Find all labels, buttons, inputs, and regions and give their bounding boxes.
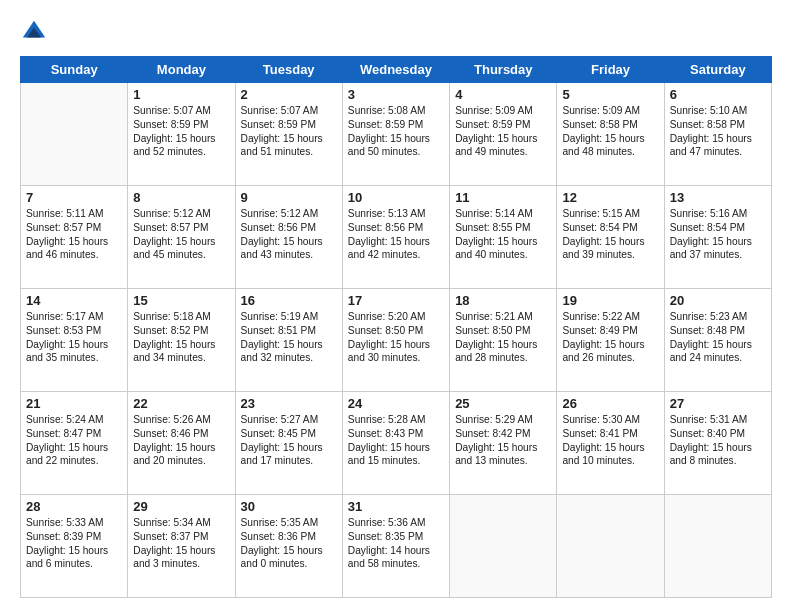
cell-line: Sunset: 8:52 PM xyxy=(133,324,229,338)
cell-line: Sunrise: 5:21 AM xyxy=(455,310,551,324)
calendar-cell: 18Sunrise: 5:21 AMSunset: 8:50 PMDayligh… xyxy=(450,289,557,392)
cell-line: Daylight: 15 hours xyxy=(562,441,658,455)
cell-line: Sunrise: 5:12 AM xyxy=(241,207,337,221)
calendar-cell xyxy=(664,495,771,598)
week-row-2: 14Sunrise: 5:17 AMSunset: 8:53 PMDayligh… xyxy=(21,289,772,392)
week-row-1: 7Sunrise: 5:11 AMSunset: 8:57 PMDaylight… xyxy=(21,186,772,289)
cell-line: and 3 minutes. xyxy=(133,557,229,571)
day-number: 16 xyxy=(241,293,337,308)
cell-line: and 39 minutes. xyxy=(562,248,658,262)
cell-line: Daylight: 15 hours xyxy=(670,132,766,146)
calendar-cell: 20Sunrise: 5:23 AMSunset: 8:48 PMDayligh… xyxy=(664,289,771,392)
cell-line: Daylight: 15 hours xyxy=(133,441,229,455)
calendar-cell: 22Sunrise: 5:26 AMSunset: 8:46 PMDayligh… xyxy=(128,392,235,495)
cell-line: Sunset: 8:47 PM xyxy=(26,427,122,441)
day-number: 24 xyxy=(348,396,444,411)
calendar-cell: 21Sunrise: 5:24 AMSunset: 8:47 PMDayligh… xyxy=(21,392,128,495)
cell-line: Sunset: 8:56 PM xyxy=(241,221,337,235)
cell-line: Sunrise: 5:09 AM xyxy=(562,104,658,118)
cell-line: Sunset: 8:49 PM xyxy=(562,324,658,338)
calendar-cell: 16Sunrise: 5:19 AMSunset: 8:51 PMDayligh… xyxy=(235,289,342,392)
cell-line: and 58 minutes. xyxy=(348,557,444,571)
weekday-header-tuesday: Tuesday xyxy=(235,57,342,83)
day-number: 6 xyxy=(670,87,766,102)
cell-line: Sunset: 8:57 PM xyxy=(133,221,229,235)
day-number: 20 xyxy=(670,293,766,308)
cell-line: Sunset: 8:48 PM xyxy=(670,324,766,338)
cell-line: and 22 minutes. xyxy=(26,454,122,468)
cell-line: Sunset: 8:50 PM xyxy=(455,324,551,338)
cell-line: Sunset: 8:59 PM xyxy=(455,118,551,132)
weekday-header-wednesday: Wednesday xyxy=(342,57,449,83)
cell-line: and 13 minutes. xyxy=(455,454,551,468)
cell-line: Daylight: 15 hours xyxy=(455,235,551,249)
day-number: 10 xyxy=(348,190,444,205)
calendar-table: SundayMondayTuesdayWednesdayThursdayFrid… xyxy=(20,56,772,598)
cell-line: Daylight: 15 hours xyxy=(670,235,766,249)
calendar-cell: 19Sunrise: 5:22 AMSunset: 8:49 PMDayligh… xyxy=(557,289,664,392)
calendar-cell: 3Sunrise: 5:08 AMSunset: 8:59 PMDaylight… xyxy=(342,83,449,186)
cell-line: Daylight: 15 hours xyxy=(241,544,337,558)
cell-line: Daylight: 15 hours xyxy=(670,338,766,352)
day-number: 8 xyxy=(133,190,229,205)
cell-line: Sunrise: 5:31 AM xyxy=(670,413,766,427)
calendar-cell: 23Sunrise: 5:27 AMSunset: 8:45 PMDayligh… xyxy=(235,392,342,495)
cell-line: Sunset: 8:55 PM xyxy=(455,221,551,235)
day-number: 9 xyxy=(241,190,337,205)
calendar-cell: 24Sunrise: 5:28 AMSunset: 8:43 PMDayligh… xyxy=(342,392,449,495)
weekday-header-monday: Monday xyxy=(128,57,235,83)
cell-line: and 48 minutes. xyxy=(562,145,658,159)
calendar-cell xyxy=(21,83,128,186)
cell-line: Sunset: 8:43 PM xyxy=(348,427,444,441)
calendar-cell xyxy=(450,495,557,598)
cell-line: Sunset: 8:57 PM xyxy=(26,221,122,235)
cell-line: Daylight: 15 hours xyxy=(562,338,658,352)
page: SundayMondayTuesdayWednesdayThursdayFrid… xyxy=(0,0,792,612)
day-number: 18 xyxy=(455,293,551,308)
day-number: 26 xyxy=(562,396,658,411)
cell-line: and 15 minutes. xyxy=(348,454,444,468)
cell-line: Sunrise: 5:29 AM xyxy=(455,413,551,427)
cell-line: Sunrise: 5:20 AM xyxy=(348,310,444,324)
cell-line: Sunrise: 5:30 AM xyxy=(562,413,658,427)
cell-line: and 49 minutes. xyxy=(455,145,551,159)
weekday-header-saturday: Saturday xyxy=(664,57,771,83)
cell-line: Sunrise: 5:15 AM xyxy=(562,207,658,221)
cell-line: Sunrise: 5:12 AM xyxy=(133,207,229,221)
calendar-cell xyxy=(557,495,664,598)
cell-line: Daylight: 15 hours xyxy=(26,441,122,455)
cell-line: and 20 minutes. xyxy=(133,454,229,468)
cell-line: Daylight: 15 hours xyxy=(670,441,766,455)
cell-line: Sunset: 8:59 PM xyxy=(348,118,444,132)
cell-line: Daylight: 15 hours xyxy=(455,441,551,455)
cell-line: and 45 minutes. xyxy=(133,248,229,262)
cell-line: and 28 minutes. xyxy=(455,351,551,365)
week-row-0: 1Sunrise: 5:07 AMSunset: 8:59 PMDaylight… xyxy=(21,83,772,186)
cell-line: and 34 minutes. xyxy=(133,351,229,365)
calendar-cell: 25Sunrise: 5:29 AMSunset: 8:42 PMDayligh… xyxy=(450,392,557,495)
cell-line: and 43 minutes. xyxy=(241,248,337,262)
cell-line: Sunrise: 5:23 AM xyxy=(670,310,766,324)
cell-line: Sunrise: 5:26 AM xyxy=(133,413,229,427)
cell-line: and 32 minutes. xyxy=(241,351,337,365)
day-number: 3 xyxy=(348,87,444,102)
day-number: 5 xyxy=(562,87,658,102)
day-number: 11 xyxy=(455,190,551,205)
cell-line: and 30 minutes. xyxy=(348,351,444,365)
cell-line: and 24 minutes. xyxy=(670,351,766,365)
cell-line: Sunset: 8:59 PM xyxy=(133,118,229,132)
cell-line: Sunrise: 5:16 AM xyxy=(670,207,766,221)
cell-line: Sunset: 8:53 PM xyxy=(26,324,122,338)
cell-line: Sunset: 8:59 PM xyxy=(241,118,337,132)
day-number: 4 xyxy=(455,87,551,102)
cell-line: Sunrise: 5:35 AM xyxy=(241,516,337,530)
cell-line: Sunset: 8:56 PM xyxy=(348,221,444,235)
day-number: 23 xyxy=(241,396,337,411)
cell-line: Sunset: 8:54 PM xyxy=(562,221,658,235)
day-number: 7 xyxy=(26,190,122,205)
cell-line: Sunset: 8:46 PM xyxy=(133,427,229,441)
cell-line: Sunrise: 5:13 AM xyxy=(348,207,444,221)
cell-line: Daylight: 15 hours xyxy=(455,132,551,146)
cell-line: Sunset: 8:54 PM xyxy=(670,221,766,235)
day-number: 30 xyxy=(241,499,337,514)
